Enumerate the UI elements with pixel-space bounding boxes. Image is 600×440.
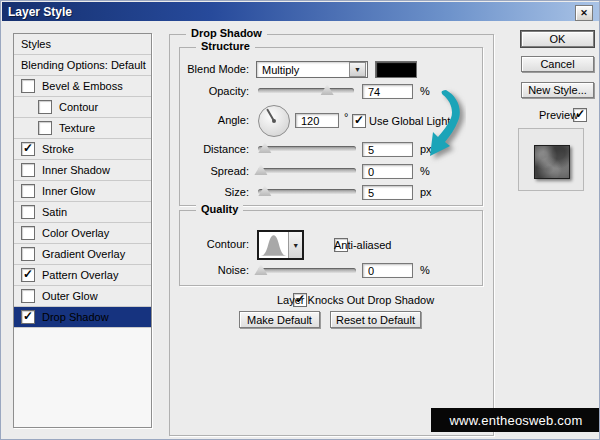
- checkbox[interactable]: [38, 121, 52, 135]
- distance-label: Distance:: [179, 143, 249, 155]
- distance-slider[interactable]: [258, 146, 356, 151]
- spread-label: Spread:: [179, 165, 249, 177]
- sidebar-item-pattern-overlay[interactable]: Pattern Overlay: [14, 265, 151, 286]
- checkbox[interactable]: [21, 79, 35, 93]
- angle-label: Angle:: [179, 114, 249, 126]
- checkbox[interactable]: [21, 205, 35, 219]
- contour-picker[interactable]: ▼: [257, 230, 304, 260]
- sidebar-item-outer-glow[interactable]: Outer Glow: [14, 286, 151, 307]
- panel-title: Drop Shadow: [186, 27, 267, 39]
- angle-input[interactable]: [295, 113, 339, 128]
- preview-texture-swatch: [534, 145, 570, 179]
- sidebar-item-drop-shadow[interactable]: Drop Shadow: [14, 307, 151, 328]
- noise-slider[interactable]: [258, 268, 356, 273]
- close-icon[interactable]: ✕: [575, 5, 593, 21]
- sidebar-item-satin[interactable]: Satin: [14, 202, 151, 223]
- spread-slider[interactable]: [258, 168, 356, 173]
- angle-dial[interactable]: [257, 104, 291, 138]
- reset-to-default-button[interactable]: Reset to Default: [330, 311, 421, 328]
- checkbox[interactable]: [21, 163, 35, 177]
- quality-title: Quality: [196, 203, 243, 215]
- shadow-color-swatch[interactable]: [375, 61, 417, 78]
- checkbox[interactable]: [21, 289, 35, 303]
- blend-mode-select[interactable]: Multiply ▼: [256, 61, 368, 78]
- sidebar-item-stroke[interactable]: Stroke: [14, 139, 151, 160]
- checkbox[interactable]: [21, 268, 35, 282]
- size-label: Size:: [179, 186, 249, 198]
- make-default-button[interactable]: Make Default: [239, 311, 320, 328]
- angle-unit: °: [344, 111, 348, 123]
- opacity-slider[interactable]: [258, 88, 354, 93]
- sidebar-item-gradient-overlay[interactable]: Gradient Overlay: [14, 244, 151, 265]
- style-preview-thumbnail: [518, 128, 584, 191]
- opacity-label: Opacity:: [179, 85, 249, 97]
- checkbox[interactable]: [21, 142, 35, 156]
- checkbox[interactable]: [38, 100, 52, 114]
- styles-list: Styles Blending Options: Default Bevel &…: [13, 33, 152, 428]
- size-unit: px: [420, 186, 432, 198]
- new-style-button[interactable]: New Style...: [521, 82, 594, 98]
- size-input[interactable]: [362, 185, 413, 200]
- checkbox[interactable]: [21, 310, 35, 324]
- annotation-arrow-path: [430, 90, 460, 156]
- window-title: Layer Style: [2, 5, 72, 19]
- chevron-down-icon[interactable]: ▼: [288, 232, 302, 258]
- layer-style-dialog: Layer Style ✕ Styles Blending Options: D…: [0, 0, 600, 440]
- title-bar[interactable]: Layer Style ✕: [2, 2, 599, 21]
- spread-unit: %: [420, 165, 430, 177]
- opacity-input[interactable]: [362, 84, 413, 99]
- size-slider[interactable]: [258, 189, 356, 194]
- sidebar-item-inner-glow[interactable]: Inner Glow: [14, 181, 151, 202]
- watermark: www.entheosweb.com: [431, 408, 600, 432]
- sidebar-item-texture[interactable]: Texture: [14, 118, 151, 139]
- sidebar-item-contour[interactable]: Contour: [14, 97, 151, 118]
- structure-title: Structure: [196, 40, 255, 52]
- noise-unit: %: [420, 264, 430, 276]
- sidebar-item-blending-options[interactable]: Blending Options: Default: [14, 55, 151, 76]
- styles-list-header[interactable]: Styles: [14, 34, 151, 55]
- use-global-light-checkbox[interactable]: [352, 114, 366, 128]
- chevron-down-icon[interactable]: ▼: [349, 62, 366, 77]
- checkbox[interactable]: [21, 247, 35, 261]
- anti-aliased-label: Anti-aliased: [334, 239, 391, 251]
- contour-label: Contour:: [179, 238, 249, 250]
- ok-button[interactable]: OK: [521, 31, 594, 47]
- noise-label: Noise:: [179, 264, 249, 276]
- distance-input[interactable]: [362, 142, 413, 157]
- contour-curve-thumbnail: [259, 232, 288, 258]
- spread-input[interactable]: [362, 164, 413, 179]
- noise-input[interactable]: [362, 263, 413, 278]
- blend-mode-label: Blend Mode:: [179, 63, 249, 75]
- preview-label: Preview: [539, 109, 578, 121]
- sidebar-item-bevel-emboss[interactable]: Bevel & Emboss: [14, 76, 151, 97]
- sidebar-item-inner-shadow[interactable]: Inner Shadow: [14, 160, 151, 181]
- annotation-arrow-icon: [414, 87, 466, 165]
- checkbox[interactable]: [21, 184, 35, 198]
- layer-knocks-out-label: Layer Knocks Out Drop Shadow: [277, 294, 434, 306]
- cancel-button[interactable]: Cancel: [521, 56, 594, 72]
- sidebar-item-color-overlay[interactable]: Color Overlay: [14, 223, 151, 244]
- checkbox[interactable]: [21, 226, 35, 240]
